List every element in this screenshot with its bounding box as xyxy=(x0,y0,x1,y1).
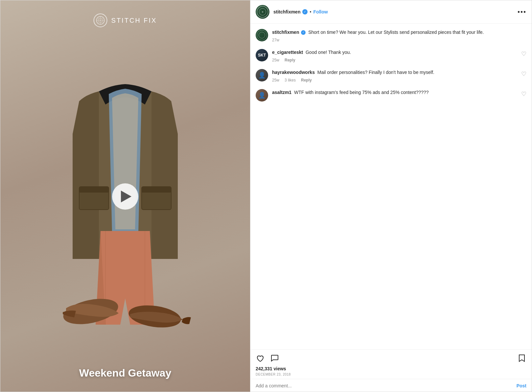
header-username[interactable]: stitchfixmen xyxy=(273,9,300,14)
avatar-inner xyxy=(259,8,266,15)
comment-1-meta: 25w Reply xyxy=(272,58,517,62)
play-icon xyxy=(121,191,131,202)
views-count: 242,331 views xyxy=(256,366,526,371)
comment-2-avatar-icon: 👤 xyxy=(258,72,266,79)
post-right-panel: stitchfixmen ✓ • Follow ••• stitchfixmen xyxy=(250,0,532,392)
verified-badge: ✓ xyxy=(302,9,308,14)
comment-2-text: hayrakewoodworks Mail order personalitie… xyxy=(272,70,434,75)
comment-1-avatar[interactable]: SKT xyxy=(256,49,268,61)
brand-logo-icon xyxy=(94,13,107,27)
comment-1: SKT e_cigaretteskt Good one! Thank you. … xyxy=(256,49,526,62)
main-comment-username[interactable]: stitchfixmen xyxy=(272,30,299,35)
comment-2: 👤 hayrakewoodworks Mail order personalit… xyxy=(256,69,526,82)
header-info: stitchfixmen ✓ • Follow xyxy=(273,9,514,14)
post-container: STITCH FIX xyxy=(0,0,532,392)
action-icons-row xyxy=(256,354,526,363)
dot-separator: • xyxy=(310,9,311,14)
comment-2-reply[interactable]: Reply xyxy=(301,78,312,82)
avatar-small-inner xyxy=(259,32,265,38)
main-comment: stitchfixmen ✓ Short on time? We hear yo… xyxy=(256,29,526,42)
comment-post-button[interactable]: Post xyxy=(517,383,526,388)
comment-3-content: asaltzm1 WTF with instagram's feed being… xyxy=(272,89,517,102)
svg-rect-9 xyxy=(142,187,171,193)
comment-button[interactable] xyxy=(270,354,279,363)
comment-1-content: e_cigaretteskt Good one! Thank you. 25w … xyxy=(272,49,517,62)
svg-rect-8 xyxy=(79,187,109,193)
comment-1-time: 25w xyxy=(272,58,279,62)
comment-2-time: 25w xyxy=(272,78,279,82)
comment-2-username[interactable]: hayrakewoodworks xyxy=(272,70,315,75)
play-button[interactable] xyxy=(112,183,138,210)
main-comment-content: stitchfixmen ✓ Short on time? We hear yo… xyxy=(272,29,526,42)
comment-2-meta: 25w 3 likes Reply xyxy=(272,78,517,82)
comment-1-heart: ♡ xyxy=(521,50,526,58)
comment-1-reply[interactable]: Reply xyxy=(285,58,295,62)
comment-3-heart: ♡ xyxy=(521,90,526,98)
comment-1-text: e_cigaretteskt Good one! Thank you. xyxy=(272,50,351,55)
comment-2-content: hayrakewoodworks Mail order personalitie… xyxy=(272,69,517,82)
brand-logo: STITCH FIX xyxy=(94,13,157,27)
comments-section: stitchfixmen ✓ Short on time? We hear yo… xyxy=(250,24,532,349)
main-comment-text: stitchfixmen ✓ Short on time? We hear yo… xyxy=(272,30,484,35)
comment-2-likes: 3 likes xyxy=(285,78,296,82)
avatar-pattern xyxy=(257,6,268,18)
post-date: DECEMBER 23, 2018 xyxy=(256,373,526,376)
main-comment-time: 27w xyxy=(272,38,279,42)
comment-input[interactable] xyxy=(256,383,513,388)
comment-3-avatar[interactable]: 👤 xyxy=(256,89,268,102)
comment-2-heart: ♡ xyxy=(521,70,526,78)
avatar-small-pattern xyxy=(257,30,267,40)
comment-1-username[interactable]: e_cigaretteskt xyxy=(272,50,303,55)
comment-1-avatar-letters: SKT xyxy=(258,53,266,58)
post-image-panel: STITCH FIX xyxy=(0,0,250,392)
more-options-button[interactable]: ••• xyxy=(518,8,526,16)
heart-icon-2[interactable]: ♡ xyxy=(521,71,526,77)
comment-3: 👤 asaltzm1 WTF with instagram's feed bei… xyxy=(256,89,526,102)
bookmark-button[interactable] xyxy=(517,354,526,363)
comment-3-username[interactable]: asaltzm1 xyxy=(272,90,291,95)
post-caption: Weekend Getaway xyxy=(79,367,171,379)
main-comment-meta: 27w xyxy=(272,38,526,42)
comment-input-area: Post xyxy=(250,379,532,392)
header-avatar[interactable] xyxy=(256,5,269,19)
comment-2-avatar[interactable]: 👤 xyxy=(256,69,268,81)
like-button[interactable] xyxy=(256,354,265,363)
post-actions: 242,331 views DECEMBER 23, 2018 xyxy=(250,349,532,379)
post-header: stitchfixmen ✓ • Follow ••• xyxy=(250,0,532,24)
heart-icon-3[interactable]: ♡ xyxy=(521,91,526,97)
heart-icon-1[interactable]: ♡ xyxy=(521,51,526,57)
main-comment-verified: ✓ xyxy=(301,30,306,35)
brand-name-text: STITCH FIX xyxy=(111,17,157,24)
follow-button[interactable]: Follow xyxy=(313,9,328,14)
comment-3-text: asaltzm1 WTF with instagram's feed being… xyxy=(272,90,429,95)
main-comment-avatar[interactable] xyxy=(256,29,268,41)
comment-3-avatar-icon: 👤 xyxy=(258,92,266,99)
